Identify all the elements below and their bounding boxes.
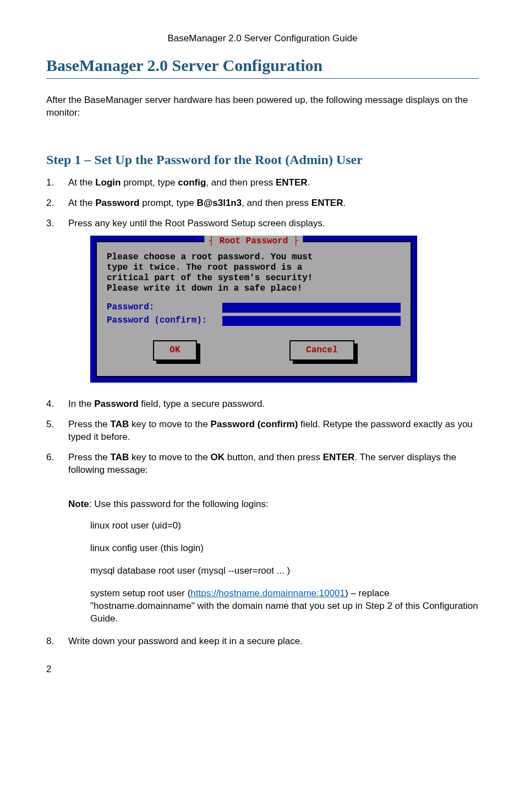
login-linux-config: linux config user (this login) — [90, 542, 479, 555]
note-label: Note — [68, 499, 89, 509]
password-field-label: Password: — [107, 302, 222, 314]
page-number: 2 — [46, 664, 479, 675]
terminal-screenshot: ┤ Root Password ├ Please choose a root p… — [90, 236, 417, 383]
note-line: Note: Use this password for the followin… — [68, 499, 479, 510]
login-label: Login — [95, 177, 121, 188]
ok-button-name: OK — [211, 452, 225, 462]
text: key to move to the — [129, 452, 210, 462]
enter-key: ENTER — [311, 198, 343, 208]
dialog-buttons: OK Cancel — [107, 340, 401, 361]
text: Press the — [68, 419, 111, 429]
text: system setup root user ( — [90, 588, 190, 598]
tab-key: TAB — [111, 452, 129, 462]
step-2: At the Password prompt, type B@s3l1n3, a… — [46, 197, 479, 210]
text: In the — [68, 399, 94, 409]
step-3: Press any key until the Root Password Se… — [46, 217, 479, 383]
note-text: : Use this password for the following lo… — [89, 499, 269, 509]
password-confirm-name: Password (confirm) — [211, 419, 298, 429]
text: Write down your password and keep it in … — [68, 636, 303, 646]
text: , and then press — [206, 177, 276, 188]
password-confirm-input[interactable] — [222, 316, 401, 326]
login-linux-root: linux root user (uid=0) — [90, 520, 479, 532]
text: field, type a secure password. — [139, 399, 265, 409]
text: . — [308, 177, 310, 188]
step1-heading: Step 1 – Set Up the Password for the Roo… — [46, 152, 479, 167]
password-label: Password — [95, 198, 139, 208]
terminal-bg: ┤ Root Password ├ Please choose a root p… — [90, 236, 417, 383]
page: BaseManager 2.0 Server Configuration Gui… — [0, 0, 525, 697]
login-mysql: mysql database root user (mysql --user=r… — [90, 565, 479, 577]
cancel-button[interactable]: Cancel — [289, 340, 354, 361]
password-input[interactable] — [222, 303, 401, 313]
enter-key: ENTER — [323, 452, 355, 462]
password-field-name: Password — [94, 399, 138, 409]
text: prompt, type — [139, 198, 196, 208]
step-4: In the Password field, type a secure pas… — [46, 398, 479, 411]
steps-list: At the Login prompt, type config, and th… — [46, 177, 479, 477]
text: prompt, type — [121, 177, 178, 188]
login-system-setup: system setup root user (https://hostname… — [90, 587, 479, 625]
ok-button[interactable]: OK — [153, 340, 196, 361]
page-title: BaseManager 2.0 Server Configuration — [46, 56, 479, 75]
text: At the — [68, 177, 95, 188]
logins-list: linux root user (uid=0) linux config use… — [90, 520, 479, 625]
config-text: config — [178, 177, 206, 188]
dialog-title: ┤ Root Password ├ — [204, 236, 303, 248]
text: , and then press — [242, 198, 311, 208]
enter-key: ENTER — [276, 177, 308, 188]
running-header: BaseManager 2.0 Server Configuration Gui… — [46, 33, 479, 44]
root-password-dialog: ┤ Root Password ├ Please choose a root p… — [96, 241, 412, 378]
step-5: Press the TAB key to move to the Passwor… — [46, 418, 479, 444]
step-8: Write down your password and keep it in … — [46, 635, 479, 648]
intro-paragraph: After the BaseManager server hardware ha… — [46, 94, 479, 119]
step-1: At the Login prompt, type config, and th… — [46, 177, 479, 189]
dialog-body-text: Please choose a root password. You must … — [107, 252, 401, 295]
text: button, and then press — [225, 452, 323, 462]
tab-key: TAB — [111, 419, 129, 429]
text: At the — [68, 198, 95, 208]
title-rule — [46, 78, 479, 79]
text: Press any key until the Root Password Se… — [68, 218, 325, 228]
step-6: Press the TAB key to move to the OK butt… — [46, 451, 479, 477]
hostname-link[interactable]: https://hostname.domainname:10001 — [190, 588, 345, 598]
steps-list-continued: Write down your password and keep it in … — [46, 635, 479, 648]
text: . — [343, 198, 346, 208]
text: Press the — [68, 452, 111, 462]
password-confirm-label: Password (confirm): — [107, 315, 222, 327]
password-confirm-row: Password (confirm): — [107, 315, 401, 327]
password-row: Password: — [107, 302, 401, 314]
text: key to move to the — [129, 419, 210, 429]
password-value: B@s3l1n3 — [196, 198, 242, 208]
